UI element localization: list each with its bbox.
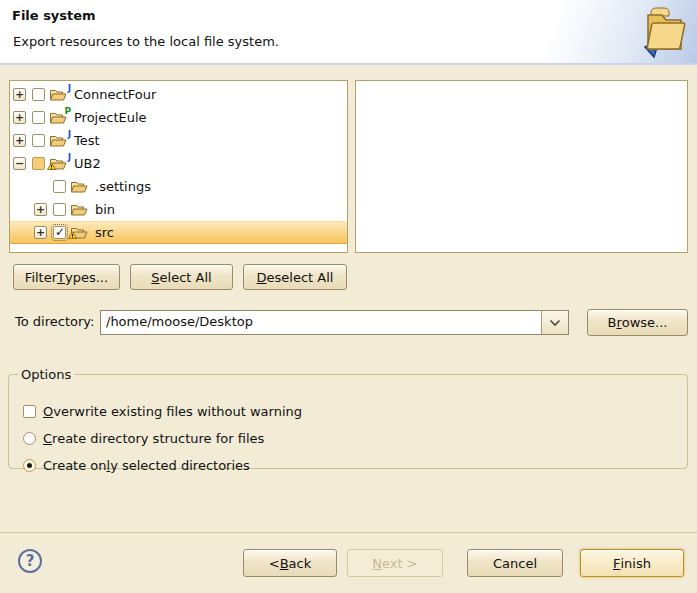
chevron-down-icon[interactable] [541,311,568,334]
export-open-folder-icon [621,3,687,65]
browse-button[interactable]: Browse... [587,309,688,336]
button-label: B [607,315,616,330]
deselect-all-button[interactable]: Deselect All [243,264,347,290]
question-mark-icon: ? [26,552,35,570]
expand-icon[interactable]: + [13,88,26,101]
create-only-selected-option[interactable]: Create only selected directories [23,457,250,473]
button-label: < [269,556,280,571]
checkbox-bin[interactable] [53,203,66,216]
collapse-icon[interactable]: − [13,157,26,170]
open-folder-icon [70,202,89,218]
tree-item-label: src [93,225,114,240]
checkbox-connectfour[interactable] [32,88,45,101]
checkbox-src-checked[interactable] [53,226,66,239]
tree-row-projecteule[interactable]: + P ProjectEule [10,106,347,129]
tree-item-label: ProjectEule [72,110,147,125]
tree-item-label: UB2 [72,156,101,171]
file-list-panel[interactable] [355,80,688,253]
export-wizard-dialog: File system Export resources to the loca… [0,0,697,593]
java-badge: J [68,152,71,162]
directory-combo[interactable]: /home/moose/Desktop [100,310,569,335]
project-open-folder-icon: P [49,110,68,126]
warning-overlay-icon [68,224,77,243]
next-button-disabled: Next > [347,549,443,577]
options-legend: Options [18,367,74,382]
button-label: Filter [25,270,57,285]
overwrite-option[interactable]: Overwrite existing files without warning [23,403,302,419]
tree-item-label: bin [93,202,115,217]
java-project-open-folder-icon: J [49,87,68,103]
create-structure-radio[interactable] [23,432,36,445]
create-only-selected-radio-selected[interactable] [23,459,36,472]
overwrite-checkbox[interactable] [23,405,36,418]
back-button[interactable]: < Back [243,549,337,577]
tree-item-label: ConnectFour [72,87,156,102]
warning-open-folder-icon [70,225,89,241]
cancel-button[interactable]: Cancel [467,549,563,577]
tree-row-bin[interactable]: + bin [10,198,347,221]
checkbox-ub2-partial[interactable] [32,157,45,170]
filter-types-button[interactable]: Filter Types... [13,264,120,290]
wizard-header: File system Export resources to the loca… [0,0,697,65]
java-project-warning-open-folder-icon: J [49,156,68,172]
tree-item-label: Test [72,133,100,148]
footer-separator [0,532,697,534]
expand-icon[interactable]: + [13,134,26,147]
directory-value[interactable]: /home/moose/Desktop [106,314,253,329]
tree-row-src-selected[interactable]: + src [10,221,347,244]
java-project-open-folder-icon: J [49,133,68,149]
checkbox-projecteule[interactable] [32,111,45,124]
select-all-button[interactable]: Select All [130,264,233,290]
help-button[interactable]: ? [18,549,42,573]
expand-icon[interactable]: + [13,111,26,124]
create-structure-option[interactable]: Create directory structure for files [23,430,264,446]
warning-overlay-icon [47,155,56,174]
tree-row-test[interactable]: + J Test [10,129,347,152]
button-label: Cancel [493,556,537,571]
project-badge: P [64,106,71,116]
checkbox-settings[interactable] [53,180,66,193]
page-title: File system [12,8,96,23]
tree-row-connectfour[interactable]: + J ConnectFour [10,83,347,106]
java-badge: J [68,129,71,139]
to-directory-label: To directory: [15,314,94,329]
tree-item-label: .settings [93,179,151,194]
expand-icon[interactable]: + [34,226,47,239]
options-group: Options Overwrite existing files without… [8,367,688,469]
finish-button[interactable]: Finish [580,549,684,577]
overwrite-label: Overwrite existing files without warning [43,404,302,419]
resource-tree[interactable]: + J ConnectFour + P ProjectEule + J [9,80,348,253]
expand-icon[interactable]: + [34,203,47,216]
java-badge: J [68,83,71,93]
create-only-selected-label: Create only selected directories [43,458,250,473]
page-subtitle: Export resources to the local file syste… [13,34,279,49]
tree-row-settings[interactable]: .settings [10,175,347,198]
open-folder-icon [70,179,89,195]
tree-row-ub2[interactable]: − J UB2 [10,152,347,175]
checkbox-test[interactable] [32,134,45,147]
create-structure-label: Create directory structure for files [43,431,264,446]
